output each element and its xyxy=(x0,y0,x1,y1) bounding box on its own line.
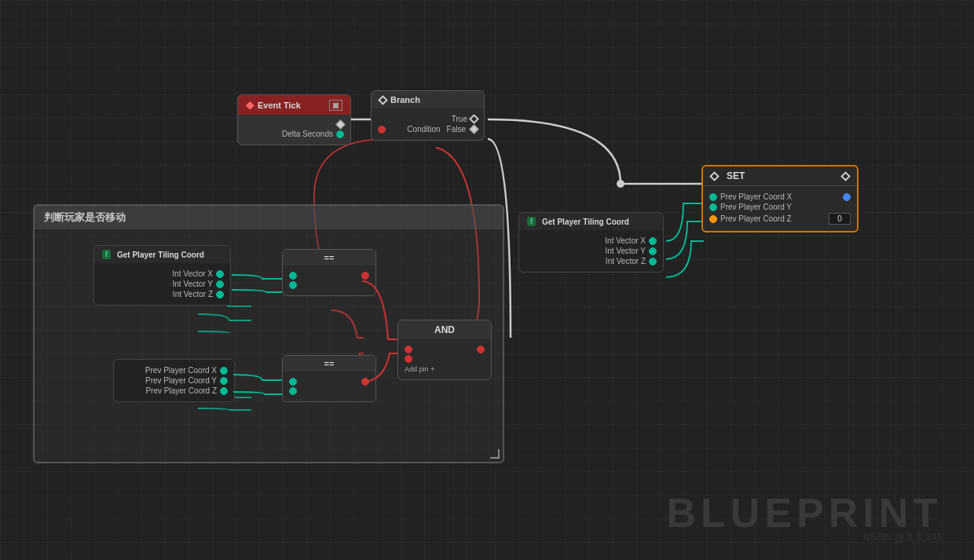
get-top-x-pin[interactable] xyxy=(649,237,657,245)
get-top-y-row: Int Vector Y xyxy=(525,247,657,255)
equal-top-body xyxy=(283,265,375,295)
and-in1[interactable] xyxy=(405,346,412,353)
branch-header: Branch xyxy=(372,91,484,108)
and-in2-row xyxy=(405,355,485,363)
prev-x-row: Prev Player Coord X xyxy=(120,366,228,375)
prev-z-label: Prev Player Coord Z xyxy=(145,386,217,395)
set-node: SET Prev Player Coord X Prev Player Coor… xyxy=(701,165,859,232)
inner-x-pin[interactable] xyxy=(216,270,224,278)
inner-z-label: Int Vector Z xyxy=(173,290,213,298)
prev-z-pin[interactable] xyxy=(220,387,228,395)
eq-top-in2[interactable] xyxy=(289,281,297,289)
equal-bottom-in2 xyxy=(289,387,369,395)
get-top-x-row: Int Vector X xyxy=(525,236,657,245)
eq-bot-out[interactable] xyxy=(361,378,369,386)
branch-condition-row: Condition False xyxy=(378,125,478,134)
inner-z-row: Int Vector Z xyxy=(101,290,224,298)
delta-seconds-row: Delta Seconds xyxy=(244,130,344,138)
get-player-top-body: Int Vector X Int Vector Y Int Vector Z xyxy=(519,230,663,272)
equal-top-pins xyxy=(289,272,369,280)
equal-bottom-node: == xyxy=(282,355,376,402)
branch-condition-label: Condition xyxy=(389,125,441,134)
get-top-z-pin[interactable] xyxy=(649,258,657,265)
set-exec-in[interactable] xyxy=(709,171,720,181)
comment-box: 判断玩家是否移动 f Get Player Tiling Coord Int V… xyxy=(33,204,504,463)
set-header: SET xyxy=(703,167,857,186)
get-top-y-label: Int Vector Y xyxy=(605,247,646,255)
event-tick-badge: ▣ xyxy=(329,100,342,111)
func-badge-inner: f xyxy=(102,250,111,259)
add-pin-label[interactable]: Add pin + xyxy=(405,365,434,373)
set-coord-x-pin[interactable] xyxy=(709,193,717,201)
and-node: AND Add pin + xyxy=(397,320,492,380)
inner-y-row: Int Vector Y xyxy=(101,280,224,288)
inner-z-pin[interactable] xyxy=(216,291,224,298)
prev-x-pin[interactable] xyxy=(220,367,228,375)
func-badge: f xyxy=(527,217,536,226)
branch-true-pin[interactable] xyxy=(469,114,479,124)
event-tick-node: ◆ Event Tick ▣ Delta Seconds xyxy=(237,94,351,145)
get-player-top-title: Get Player Tiling Coord xyxy=(542,218,629,226)
and-in1-row xyxy=(405,346,485,353)
get-player-inner-title: Get Player Tiling Coord xyxy=(117,251,204,259)
inner-y-pin[interactable] xyxy=(216,280,224,288)
comment-resize-handle[interactable] xyxy=(490,449,500,459)
prev-player-node: Prev Player Coord X Prev Player Coord Y … xyxy=(113,359,235,402)
exec-out-pin[interactable] xyxy=(335,119,346,130)
equal-top-label: == xyxy=(324,253,335,262)
equal-bottom-pins xyxy=(289,378,369,386)
delta-seconds-pin[interactable] xyxy=(336,130,344,138)
get-top-y-pin[interactable] xyxy=(649,247,657,255)
branch-false-label: False xyxy=(447,125,466,134)
set-exec-out[interactable] xyxy=(840,171,851,181)
and-body: Add pin + xyxy=(398,339,491,379)
set-coord-y-label: Prev Player Coord Y xyxy=(720,203,851,211)
set-coord-x-out[interactable] xyxy=(843,193,851,201)
branch-false-pin[interactable] xyxy=(469,124,479,134)
set-coord-x-label: Prev Player Coord X xyxy=(720,192,840,201)
get-player-top-header: f Get Player Tiling Coord xyxy=(519,213,663,230)
equal-bottom-body xyxy=(283,372,375,401)
set-coord-z-label: Prev Player Coord Z xyxy=(720,214,826,223)
get-top-z-label: Int Vector Z xyxy=(606,257,646,265)
get-top-z-row: Int Vector Z xyxy=(525,257,657,265)
event-tick-exec-out xyxy=(244,121,344,128)
inner-x-row: Int Vector X xyxy=(101,269,224,278)
prev-y-label: Prev Player Coord Y xyxy=(145,376,217,385)
prev-z-row: Prev Player Coord Z xyxy=(120,386,228,395)
get-top-x-label: Int Vector X xyxy=(605,236,646,245)
get-player-inner-body: Int Vector X Int Vector Y Int Vector Z xyxy=(94,263,230,305)
eq-bot-in1[interactable] xyxy=(289,378,297,386)
set-coord-z-pin[interactable] xyxy=(709,215,717,223)
prev-y-pin[interactable] xyxy=(220,377,228,385)
and-title: AND xyxy=(434,324,455,335)
inner-y-label: Int Vector Y xyxy=(172,280,213,288)
eq-bot-in2[interactable] xyxy=(289,387,297,395)
equal-top-node: == xyxy=(282,249,376,296)
event-tick-header: ◆ Event Tick ▣ xyxy=(238,95,350,115)
set-coord-z-input[interactable] xyxy=(829,213,851,225)
set-coord-y-pin[interactable] xyxy=(709,203,717,211)
comment-box-title: 判断玩家是否移动 xyxy=(35,206,503,229)
branch-condition-pin[interactable] xyxy=(378,126,386,134)
equal-bottom-label: == xyxy=(324,359,335,368)
and-out[interactable] xyxy=(477,346,485,353)
eq-top-in1[interactable] xyxy=(289,272,297,280)
set-coord-z-row: Prev Player Coord Z xyxy=(709,213,851,225)
branch-node: Branch True Condition False xyxy=(371,90,485,141)
set-title: SET xyxy=(727,170,745,181)
and-addpin-row: Add pin + xyxy=(405,365,485,373)
branch-exec-in[interactable] xyxy=(378,95,388,105)
event-tick-title: Event Tick xyxy=(258,101,301,110)
inner-x-label: Int Vector X xyxy=(172,269,213,278)
equal-top-header: == xyxy=(283,250,375,265)
equal-top-in2 xyxy=(289,281,369,289)
get-player-top-node: f Get Player Tiling Coord Int Vector X I… xyxy=(518,212,664,273)
eq-top-out[interactable] xyxy=(361,272,369,280)
equal-bottom-header: == xyxy=(283,356,375,372)
branch-body: True Condition False xyxy=(372,108,484,140)
branch-true-row: True xyxy=(378,115,478,123)
and-in2[interactable] xyxy=(405,355,412,363)
set-coord-x-row: Prev Player Coord X xyxy=(709,192,851,201)
prev-x-label: Prev Player Coord X xyxy=(145,366,217,375)
